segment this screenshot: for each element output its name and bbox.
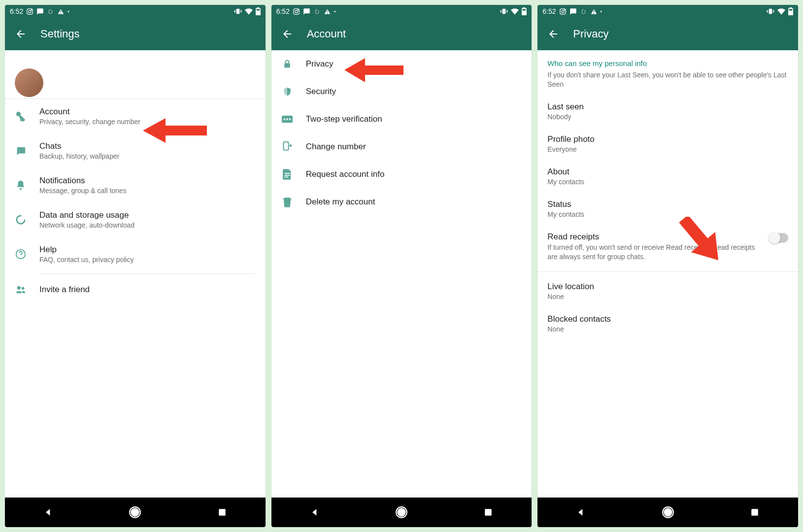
pref-blocked-contacts[interactable]: Blocked contacts None bbox=[537, 307, 798, 340]
dot-icon: • bbox=[67, 9, 69, 14]
back-button[interactable] bbox=[14, 27, 28, 41]
item-title: Delete my account bbox=[306, 197, 375, 207]
nav-back[interactable] bbox=[572, 503, 590, 521]
settings-item-data[interactable]: Data and storage usage Network usage, au… bbox=[5, 202, 266, 237]
nav-home[interactable] bbox=[393, 503, 410, 521]
flame-icon bbox=[313, 8, 321, 15]
divider bbox=[39, 273, 256, 274]
item-sub: Message, group & call tones bbox=[39, 187, 127, 195]
pref-status[interactable]: Status My contacts bbox=[537, 193, 798, 225]
svg-point-1 bbox=[29, 10, 31, 13]
item-title: Invite a friend bbox=[39, 285, 90, 295]
item-sub: FAQ, contact us, privacy policy bbox=[39, 256, 134, 264]
nav-bar bbox=[537, 498, 798, 527]
pref-about[interactable]: About My contacts bbox=[537, 160, 798, 193]
svg-rect-6 bbox=[256, 11, 260, 15]
item-title: Notifications bbox=[39, 176, 127, 186]
svg-point-8 bbox=[17, 216, 25, 224]
pref-title: About bbox=[547, 167, 788, 177]
item-title: Privacy bbox=[306, 59, 334, 69]
svg-rect-28 bbox=[283, 142, 288, 150]
svg-rect-36 bbox=[769, 9, 772, 14]
settings-item-chats[interactable]: Chats Backup, history, wallpaper bbox=[5, 133, 266, 168]
svg-rect-31 bbox=[485, 509, 492, 516]
vibrate-icon bbox=[500, 8, 508, 15]
status-bar: 6:52 • bbox=[271, 5, 532, 18]
data-usage-icon bbox=[15, 214, 27, 226]
svg-point-35 bbox=[564, 9, 565, 10]
lock-icon bbox=[281, 58, 293, 70]
nav-recent[interactable] bbox=[213, 503, 231, 521]
svg-point-25 bbox=[283, 118, 285, 120]
warning-icon bbox=[324, 8, 331, 15]
profile-row[interactable] bbox=[5, 50, 266, 99]
battery-icon bbox=[256, 7, 261, 15]
flame-icon bbox=[580, 8, 587, 15]
back-button[interactable] bbox=[280, 27, 294, 41]
status-time: 6:52 bbox=[276, 7, 290, 15]
privacy-list: Who can see my personal info If you don'… bbox=[537, 50, 798, 498]
pref-read-receipts[interactable]: Read receipts If turned off, you won't s… bbox=[537, 225, 798, 268]
pref-value: Nobody bbox=[547, 113, 788, 121]
warning-icon bbox=[57, 8, 65, 15]
svg-point-13 bbox=[132, 508, 139, 516]
svg-rect-3 bbox=[236, 9, 239, 14]
svg-point-34 bbox=[562, 10, 564, 13]
svg-rect-5 bbox=[257, 7, 259, 8]
settings-item-notifications[interactable]: Notifications Message, group & call tone… bbox=[5, 168, 266, 202]
nav-bar bbox=[5, 498, 266, 527]
status-bar: 6:52 • bbox=[5, 5, 266, 18]
svg-rect-38 bbox=[790, 7, 791, 8]
bell-icon bbox=[15, 179, 27, 191]
pref-profile-photo[interactable]: Profile photo Everyone bbox=[537, 128, 798, 160]
account-item-security[interactable]: Security bbox=[271, 78, 532, 105]
help-icon bbox=[15, 248, 27, 260]
page-title: Account bbox=[307, 28, 346, 40]
settings-item-help[interactable]: Help FAQ, contact us, privacy policy bbox=[5, 237, 266, 271]
settings-item-invite[interactable]: Invite a friend bbox=[5, 276, 266, 303]
account-item-request[interactable]: Request account info bbox=[271, 161, 532, 188]
svg-rect-21 bbox=[524, 7, 525, 8]
nav-home[interactable] bbox=[659, 503, 677, 521]
svg-point-18 bbox=[298, 9, 298, 10]
pref-description: If turned off, you won't send or receive… bbox=[547, 243, 763, 262]
settings-item-account[interactable]: Account Privacy, security, change number bbox=[5, 99, 266, 133]
svg-point-41 bbox=[664, 508, 671, 516]
dot-icon: • bbox=[601, 9, 602, 14]
pref-last-seen[interactable]: Last seen Nobody bbox=[537, 95, 798, 128]
warning-icon bbox=[590, 8, 598, 15]
status-bar: 6:52 • bbox=[537, 5, 798, 18]
status-time: 6:52 bbox=[542, 7, 556, 15]
dot-icon: • bbox=[334, 9, 336, 14]
svg-rect-39 bbox=[789, 11, 793, 15]
item-title: Account bbox=[39, 107, 140, 117]
nav-recent[interactable] bbox=[479, 503, 497, 521]
read-receipts-toggle[interactable] bbox=[770, 233, 788, 243]
account-item-changenumber[interactable]: Change number bbox=[271, 133, 532, 161]
item-title: Data and storage usage bbox=[39, 210, 134, 220]
instagram-icon bbox=[559, 8, 567, 15]
item-sub: Privacy, security, change number bbox=[39, 118, 140, 126]
chat-icon bbox=[15, 145, 27, 157]
nav-back[interactable] bbox=[39, 503, 57, 521]
svg-point-17 bbox=[295, 10, 298, 13]
account-item-twostep[interactable]: Two-step verification bbox=[271, 105, 532, 133]
section-description: If you don't share your Last Seen, you w… bbox=[537, 70, 798, 95]
account-item-privacy[interactable]: Privacy bbox=[271, 50, 532, 78]
pref-live-location[interactable]: Live location None bbox=[537, 275, 798, 307]
pref-title: Profile photo bbox=[547, 134, 788, 144]
instagram-icon bbox=[26, 8, 33, 15]
nav-home[interactable] bbox=[126, 503, 144, 521]
svg-point-11 bbox=[22, 287, 25, 290]
vibrate-icon bbox=[234, 8, 242, 15]
item-title: Request account info bbox=[306, 169, 385, 179]
svg-point-26 bbox=[286, 118, 288, 120]
pref-value: My contacts bbox=[547, 178, 788, 186]
back-button[interactable] bbox=[546, 27, 560, 41]
item-title: Change number bbox=[306, 142, 366, 152]
account-list: Privacy Security Two-step verification C… bbox=[271, 50, 532, 498]
people-icon bbox=[15, 284, 27, 296]
nav-recent[interactable] bbox=[746, 503, 764, 521]
account-item-delete[interactable]: Delete my account bbox=[271, 188, 532, 216]
nav-back[interactable] bbox=[306, 503, 324, 521]
